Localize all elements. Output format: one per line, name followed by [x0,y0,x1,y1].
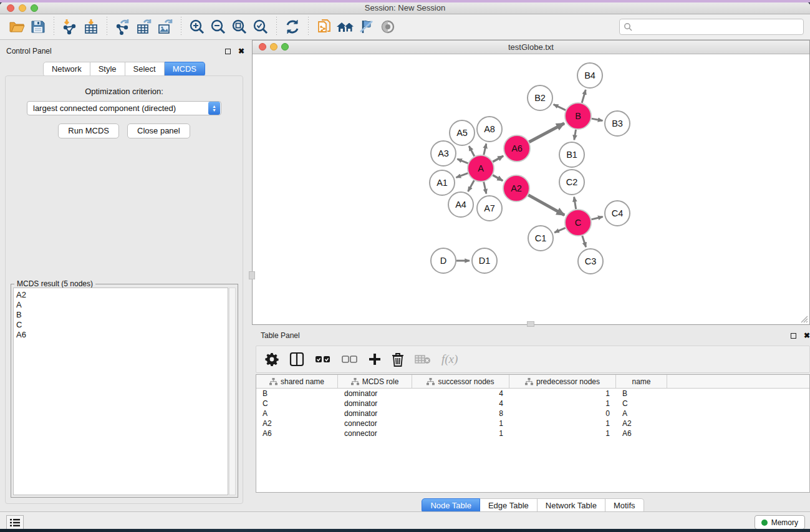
edge-C-C4[interactable] [591,217,602,220]
float-panel-icon[interactable] [225,49,231,54]
create-column-button[interactable] [369,353,381,365]
node-C[interactable]: C [565,210,591,236]
export-table-button[interactable] [133,17,155,37]
criterion-dropdown[interactable]: largest connected component (directed) ▲… [27,101,221,115]
search-input[interactable] [635,22,799,31]
column-view-button[interactable] [289,352,304,367]
mcds-result-list[interactable]: A2ABCA6 [13,288,228,495]
node-C3[interactable]: C3 [578,249,603,274]
cell-shared-name[interactable]: A2 [256,419,338,428]
zoom-selected-button[interactable] [250,17,271,37]
cell-shared-name[interactable]: A [256,409,338,418]
zoom-in-button[interactable] [186,17,208,37]
edge-A6-B[interactable] [529,123,564,142]
edge-B-B4[interactable] [582,90,586,103]
show-details-eye-button[interactable] [377,17,398,37]
network-vertical-scroll-thumb[interactable] [249,271,255,279]
export-image-button[interactable] [155,17,176,37]
column-header-successor-nodes[interactable]: successor nodes [412,375,509,388]
table-row[interactable]: A2connector11A2 [256,418,809,428]
tab-mcds[interactable]: MCDS [165,62,205,77]
close-panel-button[interactable]: Close panel [127,123,190,138]
first-neighbors-button[interactable] [335,17,356,37]
node-D[interactable]: D [431,248,456,273]
cell-MCDS-role[interactable]: dominator [338,409,412,418]
cell-name[interactable]: A6 [616,429,667,438]
table-row[interactable]: Adominator80A [256,409,809,418]
function-builder-button[interactable]: f(x) [441,352,458,366]
edge-C-C2[interactable] [574,197,576,210]
node-B[interactable]: B [565,103,591,129]
node-B4[interactable]: B4 [577,63,602,88]
network-graph[interactable]: A5A8A3A1A4A7AA6A2B2B4BB3B1C2CC4C1C3DD1 [253,55,809,324]
node-C2[interactable]: C2 [559,170,584,195]
edge-C-C1[interactable] [554,228,566,232]
edge-A-A1[interactable] [456,173,468,178]
table-row[interactable]: Bdominator41B [256,389,809,399]
hide-details-button[interactable] [356,17,377,37]
table-settings-button[interactable] [265,352,279,366]
import-network-button[interactable] [59,17,80,37]
node-A6[interactable]: A6 [504,135,530,162]
cell-name[interactable]: B [616,389,667,398]
tab-style[interactable]: Style [90,62,125,77]
cell-shared-name[interactable]: A6 [256,429,338,438]
edge-A-A3[interactable] [457,159,468,163]
result-item[interactable]: C [16,320,228,330]
network-canvas[interactable]: A5A8A3A1A4A7AA6A2B2B4BB3B1C2CC4C1C3DD1 [253,55,809,324]
result-item[interactable]: A6 [16,330,228,340]
memory-button[interactable]: Memory [755,515,805,529]
result-item[interactable]: A [16,300,228,310]
result-list-scrollbar[interactable] [229,288,236,495]
node-A5[interactable]: A5 [450,120,475,145]
edge-B-B1[interactable] [574,130,576,140]
tab-network[interactable]: Network [43,62,90,77]
cell-predecessor-nodes[interactable]: 0 [509,409,616,418]
cell-successor-nodes[interactable]: 1 [412,429,509,438]
node-B1[interactable]: B1 [559,142,584,167]
edge-B-B3[interactable] [592,118,603,120]
column-header-shared-name[interactable]: shared name [256,375,338,388]
export-network-button[interactable] [112,17,133,37]
column-header-name[interactable]: name [616,375,667,388]
edge-A2-C[interactable] [528,195,564,215]
table-row[interactable]: Cdominator41C [256,399,809,409]
result-item[interactable]: A2 [16,290,228,300]
edge-A-A6[interactable] [493,156,503,162]
delete-columns-button[interactable] [392,352,404,367]
cell-MCDS-role[interactable]: connector [338,419,412,428]
node-A2[interactable]: A2 [503,175,529,201]
node-B3[interactable]: B3 [605,111,630,136]
copy-network-button[interactable] [314,17,335,37]
edge-A-A7[interactable] [484,181,486,193]
select-all-checkboxes-button[interactable] [315,355,331,364]
edge-A-A5[interactable] [469,146,475,156]
node-A4[interactable]: A4 [448,192,473,217]
zoom-fit-button[interactable] [229,17,250,37]
zoom-out-button[interactable] [208,17,229,37]
close-table-panel-icon[interactable]: ✖ [804,332,810,339]
node-A1[interactable]: A1 [430,170,455,195]
resize-grip-icon[interactable] [799,314,808,323]
network-horizontal-scroll-thumb[interactable] [527,321,534,327]
column-header-predecessor-nodes[interactable]: predecessor nodes [509,375,616,388]
cell-MCDS-role[interactable]: dominator [338,399,412,408]
node-C4[interactable]: C4 [605,201,630,226]
save-session-button[interactable] [27,17,49,37]
cell-MCDS-role[interactable]: connector [338,429,412,438]
search-field[interactable] [619,19,804,35]
cell-name[interactable]: A2 [616,419,667,428]
task-history-button[interactable] [6,515,24,529]
cell-shared-name[interactable]: C [256,399,338,408]
edge-B-B2[interactable] [554,104,566,110]
cell-name[interactable]: C [616,399,667,408]
table-row[interactable]: A6connector11A6 [256,428,809,438]
cell-name[interactable]: A [616,409,667,418]
run-mcds-button[interactable]: Run MCDS [58,123,119,138]
unselect-all-checkboxes-button[interactable] [342,355,358,364]
float-table-panel-icon[interactable] [791,333,796,339]
cell-successor-nodes[interactable]: 8 [412,409,509,418]
import-table-button[interactable] [80,17,102,37]
cell-predecessor-nodes[interactable]: 1 [509,419,616,428]
cell-successor-nodes[interactable]: 1 [412,419,509,428]
